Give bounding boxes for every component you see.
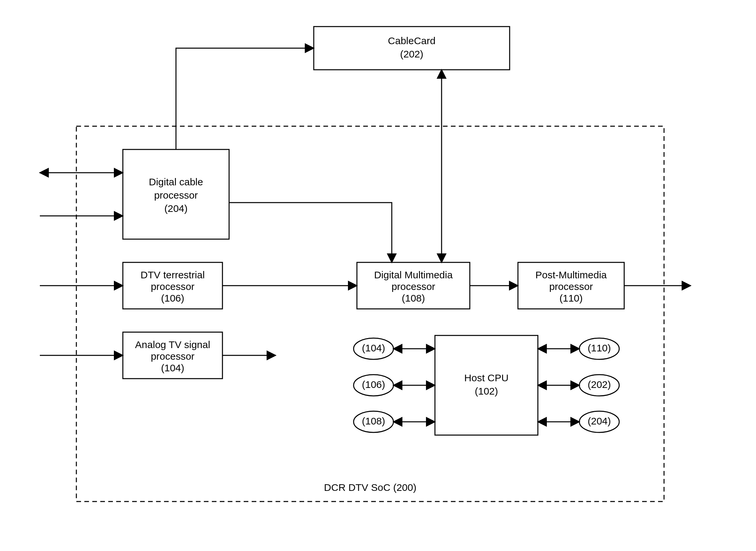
ellipse-108-label: (108) [362, 416, 385, 427]
dtv-l3: (106) [161, 293, 184, 304]
dmm-l3: (108) [402, 293, 425, 304]
digital-multimedia-processor-block: Digital Multimedia processor (108) [357, 262, 470, 309]
dcp-l2: processor [154, 190, 198, 200]
dtv-terrestrial-processor-block: DTV terrestrial processor (106) [123, 262, 222, 309]
analog-l2: processor [151, 351, 195, 362]
ellipse-108: (108) [354, 411, 393, 433]
ellipse-204: (204) [579, 411, 619, 433]
ellipse-110: (110) [579, 338, 619, 359]
diagram-canvas: DCR DTV SoC (200) CableCard (202) Digita… [0, 0, 756, 551]
cablecard-l1: CableCard [388, 35, 435, 46]
dcp-l3: (204) [164, 203, 188, 214]
soc-label: DCR DTV SoC (200) [324, 482, 416, 493]
host-l1: Host CPU [464, 372, 508, 383]
cablecard-block: CableCard (202) [314, 27, 510, 70]
pmm-l1: Post-Multimedia [535, 269, 607, 280]
ellipse-202-label: (202) [588, 379, 611, 390]
pmm-l2: processor [549, 281, 593, 292]
analog-tv-processor-block: Analog TV signal processor (104) [123, 332, 222, 379]
post-multimedia-processor-block: Post-Multimedia processor (110) [518, 262, 624, 309]
ellipse-106-label: (106) [362, 379, 385, 390]
dcp-l1: Digital cable [149, 176, 203, 187]
conn-dcp-cablecard [176, 48, 314, 149]
host-cpu-block: Host CPU (102) [435, 336, 538, 435]
dtv-l2: processor [151, 281, 195, 292]
analog-l1: Analog TV signal [135, 339, 210, 350]
ellipse-106: (106) [354, 375, 393, 396]
dmm-l1: Digital Multimedia [374, 269, 453, 280]
dtv-l1: DTV terrestrial [140, 269, 205, 280]
host-l2: (102) [475, 386, 498, 397]
analog-l3: (104) [161, 362, 184, 373]
ellipse-204-label: (204) [588, 416, 611, 427]
conn-dcp-dmm [229, 202, 392, 262]
dmm-l2: processor [391, 281, 435, 292]
pmm-l3: (110) [559, 293, 583, 304]
cablecard-l2: (202) [400, 48, 423, 59]
ellipse-104: (104) [354, 338, 393, 359]
ellipse-202: (202) [579, 375, 619, 396]
digital-cable-processor-block: Digital cable processor (204) [123, 149, 229, 239]
ellipse-104-label: (104) [362, 343, 385, 354]
ellipse-110-label: (110) [588, 343, 611, 354]
